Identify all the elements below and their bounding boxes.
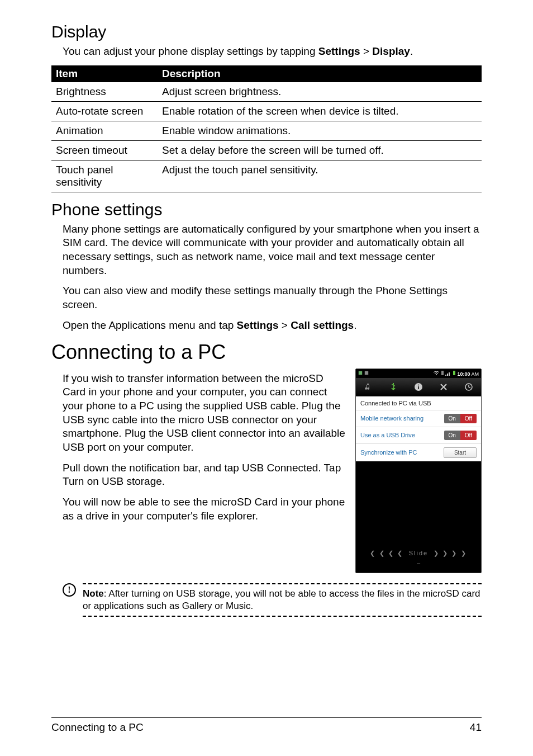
panel-heading: Connected to PC via USB: [356, 396, 481, 410]
svg-rect-5: [449, 372, 450, 376]
text-bold: Call settings: [291, 319, 354, 331]
display-intro: You can adjust your phone display settin…: [63, 45, 482, 59]
connect-p1: If you wish to transfer information betw…: [63, 372, 345, 455]
table-row: Screen timeout Set a delay before the sc…: [51, 140, 482, 160]
status-right-icons: 10:00 AM: [434, 370, 479, 377]
cell-item: Brightness: [51, 82, 158, 102]
cell-item: Auto-rotate screen: [51, 101, 158, 121]
toggle-off: Off: [460, 431, 477, 440]
phone-settings-p3: Open the Applications menu and tap Setti…: [63, 319, 482, 333]
tab-close-icon[interactable]: [431, 378, 456, 396]
cell-desc: Set a delay before the screen will be tu…: [158, 140, 482, 160]
status-time: 10:00 AM: [457, 371, 479, 377]
slide-unlock[interactable]: ❮ ❮ ❮ ❮ Slide ❯ ❯ ❯ ❯: [356, 545, 481, 573]
toggle-on: On: [444, 431, 460, 440]
toggle-usb-drive[interactable]: On Off: [444, 431, 477, 440]
dashed-divider: [83, 616, 482, 617]
connect-p3: You will now be able to see the microSD …: [63, 495, 345, 523]
notification-tabs: [356, 378, 481, 396]
cell-item: Touch panel sensitivity: [51, 160, 158, 192]
status-bar: 10:00 AM: [356, 369, 481, 378]
tab-clock-icon[interactable]: [456, 378, 481, 396]
cell-item: Animation: [51, 121, 158, 140]
cell-desc: Enable window animations.: [158, 121, 482, 140]
heading-display: Display: [51, 22, 482, 41]
note-text: Note: After turning on USB storage, you …: [83, 588, 482, 612]
table-header-desc: Description: [158, 65, 482, 82]
text-bold: Display: [372, 45, 410, 57]
text-bold: USB Connected: [242, 462, 318, 474]
svg-rect-4: [447, 374, 448, 376]
svg-rect-0: [359, 371, 362, 374]
tab-info-icon[interactable]: [406, 378, 431, 396]
page-footer: Connecting to a PC 41: [51, 717, 482, 734]
text: Pull down the notification bar, and tap: [63, 462, 242, 474]
toggle-off: Off: [460, 414, 477, 423]
text: >: [279, 319, 291, 331]
row-label: Use as a USB Drive: [360, 432, 415, 438]
cell-desc: Adjust the touch panel sensitivity.: [158, 160, 482, 192]
table-header-item: Item: [51, 65, 158, 82]
svg-point-7: [393, 383, 394, 384]
text: . Tap: [318, 462, 341, 474]
svg-rect-1: [364, 371, 368, 374]
notification-panel: Connected to PC via USB Mobile network s…: [356, 396, 481, 461]
row-mobile-network-sharing: Mobile network sharing On Off: [356, 410, 481, 427]
svg-rect-3: [445, 375, 446, 376]
svg-rect-2: [441, 371, 444, 375]
table-row: Animation Enable window animations.: [51, 121, 482, 140]
page-number: 41: [470, 721, 482, 734]
phone-blank-area: [356, 461, 481, 545]
dashed-divider: [83, 583, 482, 584]
phone-settings-p1: Many phone settings are automatically co…: [63, 223, 482, 278]
svg-rect-6: [453, 371, 455, 375]
phone-screenshot: 10:00 AM Connected to PC via USB Mobile …: [355, 368, 482, 573]
chevron-left-icon: ❮ ❮ ❮ ❮: [370, 550, 403, 556]
table-row: Auto-rotate screen Enable rotation of th…: [51, 101, 482, 121]
text: .: [410, 45, 413, 57]
status-left-icons: [358, 371, 369, 376]
text: You can adjust your phone display settin…: [63, 45, 318, 57]
text: Open the Applications menu and tap: [63, 319, 237, 331]
row-usb-drive: Use as a USB Drive On Off: [356, 427, 481, 443]
tab-music-icon[interactable]: [356, 378, 381, 396]
text-bold: Settings: [237, 319, 279, 331]
heading-connecting: Connecting to a PC: [51, 341, 482, 364]
text-bold: Settings: [318, 45, 360, 57]
warning-icon: !: [63, 583, 76, 597]
display-settings-table: Item Description Brightness Adjust scree…: [51, 65, 482, 192]
slide-label: Slide: [409, 550, 428, 556]
wifi-icon: [434, 371, 441, 377]
cell-desc: Enable rotation of the screen when devic…: [158, 101, 482, 121]
text-bold: Turn on USB storage.: [63, 475, 165, 487]
svg-rect-9: [418, 386, 419, 389]
table-row: Brightness Adjust screen brightness.: [51, 82, 482, 102]
note-block: ! Note: After turning on USB storage, yo…: [63, 583, 482, 617]
cell-item: Screen timeout: [51, 140, 158, 160]
chevron-right-icon: ❯ ❯ ❯ ❯: [434, 550, 467, 556]
cell-desc: Adjust screen brightness.: [158, 82, 482, 102]
heading-phone-settings: Phone settings: [51, 200, 482, 219]
toggle-on: On: [444, 414, 460, 423]
footer-title: Connecting to a PC: [51, 721, 144, 734]
row-label: Mobile network sharing: [360, 415, 423, 422]
row-synchronize: Synchronize with PC Start: [356, 443, 481, 461]
svg-point-10: [418, 384, 419, 385]
row-label: Synchronize with PC: [360, 449, 417, 456]
toggle-mobile-network[interactable]: On Off: [444, 414, 477, 423]
start-button[interactable]: Start: [444, 447, 477, 458]
signal-icon: [445, 371, 453, 377]
text: .: [354, 319, 356, 331]
tab-usb-icon[interactable]: [381, 378, 406, 396]
table-row: Touch panel sensitivity Adjust the touch…: [51, 160, 482, 192]
connect-p2: Pull down the notification bar, and tap …: [63, 461, 345, 489]
text: >: [360, 45, 373, 57]
phone-settings-p2: You can also view and modify these setti…: [63, 284, 482, 311]
